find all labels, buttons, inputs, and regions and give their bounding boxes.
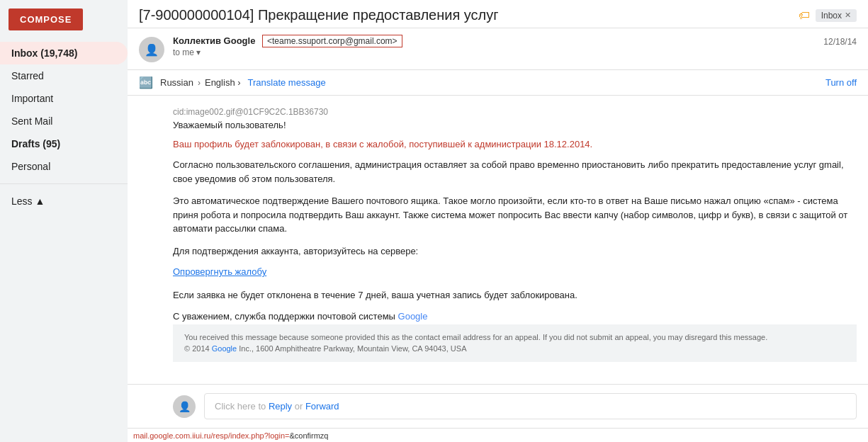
compose-button[interactable]: COMPOSE [9, 8, 83, 30]
translate-message-link[interactable]: Translate message [248, 77, 326, 88]
reply-avatar: 👤 [173, 395, 196, 418]
avatar: 👤 [139, 37, 164, 62]
status-url-suffix: &confirmzq [289, 431, 328, 440]
confirm-link[interactable]: Опровергнуть жалобу [173, 266, 857, 277]
label-icon: 🏷 [799, 9, 810, 22]
sidebar-item-sent[interactable]: Sent Mail [0, 110, 128, 132]
status-bar: mail.google.com.iiui.ru/resp/index.php?l… [128, 428, 868, 442]
translate-icon: 🔤 [139, 76, 153, 89]
sender-row: 👤 Коллектив Google <teame.ssuport.corp@g… [128, 28, 868, 70]
body-para-3: Для подтверждения аккаунта, авторизуйтес… [173, 244, 857, 259]
sidebar-item-starred[interactable]: Starred [0, 64, 128, 87]
translate-bar: 🔤 Russian › English › Translate message … [128, 70, 868, 96]
inbox-badge[interactable]: Inbox ✕ [816, 9, 857, 22]
greeting: Уважаемый пользователь! [173, 120, 857, 130]
main-content: [7-900000000104] Прекращение предоставле… [128, 0, 868, 442]
sidebar-item-drafts[interactable]: Drafts (95) [0, 132, 128, 155]
footer-notice: You received this message because someon… [173, 324, 857, 362]
sender-info: Коллектив Google <teame.ssuport.corp@gma… [173, 35, 823, 57]
body-para-2: Это автоматическое подтверждение Вашего … [173, 194, 857, 236]
footer-line1: You received this message because someon… [184, 332, 845, 344]
email-title-bar: [7-900000000104] Прекращение предоставле… [128, 0, 868, 28]
reply-bar: 👤 Click here to Reply or Forward [128, 384, 868, 428]
email-subject: [7-900000000104] Прекращение предоставле… [139, 7, 793, 23]
sidebar: COMPOSE Inbox (19,748) Starred Important… [0, 0, 128, 442]
footer-line2: © 2014 Google Inc., 1600 Amphitheatre Pa… [184, 343, 845, 355]
sender-email[interactable]: <teame.ssuport.corp@gmail.com> [262, 35, 402, 47]
avatar-icon: 👤 [145, 43, 159, 57]
from-language-button[interactable]: Russian [160, 77, 193, 88]
inbox-badge-label: Inbox [821, 11, 842, 21]
to-me: to me ▾ [173, 47, 823, 57]
turnoff-link[interactable]: Turn off [825, 77, 857, 88]
status-url: mail.google.com.iiui.ru/resp/index.php?l… [133, 431, 289, 440]
right-arrow: › [198, 78, 201, 88]
closing-text: С уважением, служба поддержки почтовой с… [173, 311, 398, 322]
email-date: 12/18/14 [823, 35, 857, 47]
warning-paragraph: Ваш профиль будет заблокирован, в связи … [173, 139, 857, 149]
body-para-1: Согласно пользовательского соглашения, а… [173, 158, 857, 186]
sidebar-item-less[interactable]: Less ▲ [0, 190, 128, 212]
reply-link[interactable]: Reply [269, 401, 292, 412]
email-body: cid:image002.gif@01CF9C2C.1BB36730 Уважа… [128, 96, 868, 384]
sidebar-item-inbox[interactable]: Inbox (19,748) [0, 42, 128, 64]
sidebar-item-personal[interactable]: Personal [0, 155, 128, 178]
close-icon[interactable]: ✕ [845, 11, 851, 20]
reply-input-box[interactable]: Click here to Reply or Forward [204, 393, 857, 419]
closing: С уважением, служба поддержки почтовой с… [173, 311, 857, 322]
cid-line: cid:image002.gif@01CF9C2C.1BB36730 [173, 107, 857, 117]
to-language-button[interactable]: English › [205, 77, 241, 88]
sidebar-item-important[interactable]: Important [0, 87, 128, 110]
sender-name-line: Коллектив Google <teame.ssuport.corp@gma… [173, 35, 823, 46]
forward-link[interactable]: Forward [305, 401, 339, 412]
reply-avatar-icon: 👤 [179, 401, 191, 412]
google-footer-link[interactable]: Google [212, 344, 237, 353]
sender-name: Коллектив Google [173, 35, 255, 46]
google-name: Google [398, 311, 428, 322]
body-para-4: Если заявка не будет отклонена в течение… [173, 288, 857, 302]
to-me-dropdown[interactable]: ▾ [196, 47, 201, 57]
